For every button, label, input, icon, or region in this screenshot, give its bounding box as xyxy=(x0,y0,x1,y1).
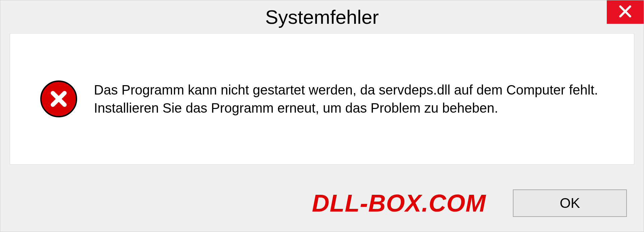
dialog-footer: DLL-BOX.COM OK xyxy=(0,175,644,232)
watermark-text: DLL-BOX.COM xyxy=(312,189,486,217)
error-icon xyxy=(40,80,77,117)
close-icon xyxy=(618,4,633,20)
ok-button[interactable]: OK xyxy=(513,189,627,217)
error-dialog: Systemfehler Das Programm kann nicht ges… xyxy=(0,0,644,232)
dialog-title: Systemfehler xyxy=(265,6,379,28)
close-button[interactable] xyxy=(607,0,644,24)
titlebar: Systemfehler xyxy=(0,0,644,33)
error-message: Das Programm kann nicht gestartet werden… xyxy=(94,81,604,117)
content-panel: Das Programm kann nicht gestartet werden… xyxy=(10,33,634,165)
